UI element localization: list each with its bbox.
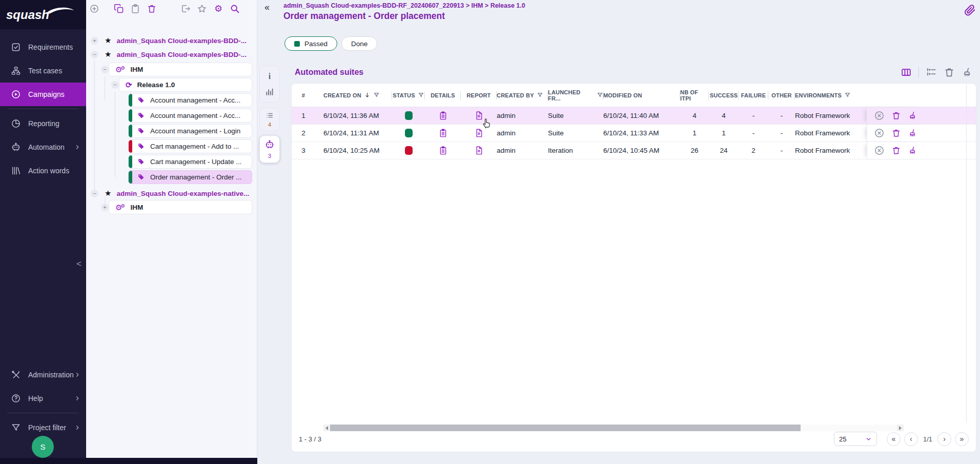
- filter-funnel-icon[interactable]: [537, 92, 543, 98]
- column-header-status[interactable]: STATUS: [392, 84, 425, 107]
- tree-iteration-row[interactable]: − ⟳ Release 1.0: [86, 78, 257, 92]
- column-header-created-by[interactable]: CREATED BY: [497, 84, 548, 107]
- tree-iteration-node[interactable]: ⟳ Release 1.0: [119, 78, 252, 92]
- tree-toggle[interactable]: +: [101, 204, 109, 211]
- tree-campaign-node[interactable]: Order management - Order ...: [128, 170, 252, 184]
- column-header-environments[interactable]: ENVIRONMENTS: [795, 84, 867, 107]
- sidebar-item-campaigns[interactable]: Campaigns: [0, 83, 86, 106]
- clean-suite-broom-icon[interactable]: [908, 146, 917, 155]
- filter-funnel-icon[interactable]: [844, 92, 851, 98]
- statistics-chart-icon[interactable]: [265, 87, 274, 96]
- column-header-details[interactable]: DETAILS: [425, 84, 461, 107]
- tree-campaign-row[interactable]: Account management - Acc...: [86, 93, 257, 107]
- stop-execution-icon[interactable]: [874, 145, 885, 156]
- sidebar-item-requirements[interactable]: Requirements: [0, 35, 86, 59]
- delete-suite-icon[interactable]: [891, 128, 901, 138]
- tree-folder-node[interactable]: ⚙⚙ IHM: [109, 200, 252, 214]
- column-header-other[interactable]: OTHER: [768, 84, 795, 107]
- column-header-failure[interactable]: FAILURE: [739, 84, 768, 107]
- page-size-select[interactable]: 25: [834, 432, 877, 446]
- tree-project-row[interactable]: − ★ admin_Squash Cloud-examples-native..…: [86, 187, 257, 200]
- delete-suite-icon[interactable]: [891, 111, 901, 120]
- tree-project-label[interactable]: admin_Squash Cloud-examples-BDD-...: [116, 37, 247, 45]
- filter-funnel-icon[interactable]: [373, 92, 380, 98]
- next-page-button[interactable]: ›: [937, 432, 951, 446]
- details-clipboard-icon[interactable]: [438, 128, 448, 138]
- delete-suite-icon[interactable]: [891, 146, 901, 155]
- first-page-button[interactable]: «: [887, 432, 901, 446]
- tree-campaign-node[interactable]: Account management - Login: [128, 124, 252, 138]
- collapse-tree-chevron[interactable]: «: [264, 2, 270, 13]
- info-icon[interactable]: i: [269, 72, 271, 81]
- settings-gear-icon[interactable]: ⚙: [213, 4, 223, 14]
- columns-icon[interactable]: [901, 67, 912, 78]
- tree-project-row[interactable]: + ★ admin_Squash Cloud-examples-BDD-...: [86, 34, 257, 47]
- tree-campaign-node[interactable]: Account management - Acc...: [128, 109, 252, 123]
- delete-icon[interactable]: [147, 4, 157, 14]
- column-header-created-on[interactable]: CREATED ON: [315, 84, 392, 107]
- report-file-icon[interactable]: [474, 128, 484, 138]
- tree-campaign-row[interactable]: Account management - Acc...: [86, 109, 257, 123]
- tree-folder-row[interactable]: + ⚙⚙ IHM: [86, 200, 257, 214]
- clean-suite-broom-icon[interactable]: [908, 128, 917, 138]
- execution-plan-card[interactable]: 4: [259, 108, 280, 131]
- new-item-icon[interactable]: [89, 4, 99, 14]
- search-icon[interactable]: [230, 4, 240, 14]
- tree-toggle[interactable]: −: [111, 81, 119, 89]
- tree-campaign-row[interactable]: Cart management - Update ...: [86, 155, 257, 169]
- tree-toggle[interactable]: −: [91, 51, 98, 58]
- tree-campaign-node[interactable]: Account management - Acc...: [128, 93, 252, 107]
- details-clipboard-icon[interactable]: [438, 146, 448, 155]
- details-clipboard-icon[interactable]: [438, 111, 448, 120]
- sidebar-item-reporting[interactable]: Reporting: [0, 112, 86, 135]
- sidebar-item-automation[interactable]: Automation: [0, 135, 86, 159]
- tree-folder-node[interactable]: ⚙⚙ IHM: [109, 63, 252, 76]
- tree-folder-row[interactable]: − ⚙⚙ IHM: [86, 63, 257, 76]
- execution-status-pill[interactable]: Passed: [284, 36, 337, 51]
- tree-toggle[interactable]: +: [91, 37, 98, 45]
- state-pill[interactable]: Done: [341, 36, 377, 51]
- tree-campaign-row-selected[interactable]: Order management - Order ...: [86, 170, 257, 184]
- report-file-icon[interactable]: [474, 111, 484, 120]
- column-header-num[interactable]: #: [292, 84, 315, 107]
- tree-campaign-row[interactable]: Account management - Login: [86, 124, 257, 138]
- column-header-report[interactable]: REPORT: [461, 84, 497, 107]
- tree-campaign-node[interactable]: Cart management - Add to ...: [128, 139, 252, 153]
- favorite-star-icon[interactable]: [197, 4, 207, 14]
- sidebar-item-administration[interactable]: Administration: [0, 363, 86, 387]
- column-header-modified-on[interactable]: MODIFIED ON: [603, 84, 680, 107]
- tree-project-label[interactable]: admin_Squash Cloud-examples-native...: [116, 190, 249, 197]
- collapse-rows-icon[interactable]: [926, 67, 937, 78]
- filter-funnel-icon[interactable]: [418, 92, 424, 98]
- report-file-icon[interactable]: [474, 146, 484, 155]
- breadcrumb[interactable]: admin_Squash Cloud-examples-BDD-RF_20240…: [283, 2, 525, 9]
- sidebar-item-help[interactable]: Help: [0, 387, 86, 410]
- collapse-sidebar-chevron[interactable]: <: [76, 259, 81, 269]
- automated-suites-card[interactable]: 3: [259, 135, 280, 163]
- list-icon[interactable]: [265, 111, 274, 119]
- sidebar-item-test-cases[interactable]: Test cases: [0, 59, 86, 83]
- suite-row[interactable]: 3 6/10/24, 10:25 AM admin Iteration 6/10…: [292, 142, 976, 159]
- column-header-nb-of-itpi[interactable]: NB OF ITPI: [680, 84, 709, 107]
- stop-execution-icon[interactable]: [874, 110, 885, 121]
- sidebar-item-action-words[interactable]: Action words: [0, 159, 86, 183]
- attachments-paperclip-icon[interactable]: [964, 3, 976, 17]
- user-avatar[interactable]: S: [32, 436, 54, 458]
- delete-suites-icon[interactable]: [944, 67, 955, 78]
- clean-suite-broom-icon[interactable]: [908, 111, 917, 120]
- tree-toggle[interactable]: −: [91, 190, 98, 197]
- copy-icon[interactable]: [114, 4, 124, 14]
- filter-funnel-icon[interactable]: [597, 92, 603, 98]
- paste-icon[interactable]: [130, 4, 140, 14]
- tree-campaign-node[interactable]: Cart management - Update ...: [128, 155, 252, 169]
- tree-project-label[interactable]: admin_Squash Cloud-examples-BDD-...: [116, 51, 247, 58]
- squash-logo[interactable]: squash: [0, 0, 86, 29]
- suite-row[interactable]: 2 6/10/24, 11:31 AM admin Suite 6/10/24,…: [292, 125, 976, 142]
- tree-campaign-row[interactable]: Cart management - Add to ...: [86, 139, 257, 153]
- suite-row[interactable]: 1 6/10/24, 11:36 AM admin Suite 6/10/24,…: [292, 107, 976, 125]
- robot-icon[interactable]: [264, 139, 275, 150]
- export-icon[interactable]: [180, 4, 191, 14]
- info-panel-card[interactable]: i: [259, 66, 280, 103]
- tree-project-row[interactable]: − ★ admin_Squash Cloud-examples-BDD-...: [86, 48, 257, 61]
- stop-execution-icon[interactable]: [874, 128, 885, 138]
